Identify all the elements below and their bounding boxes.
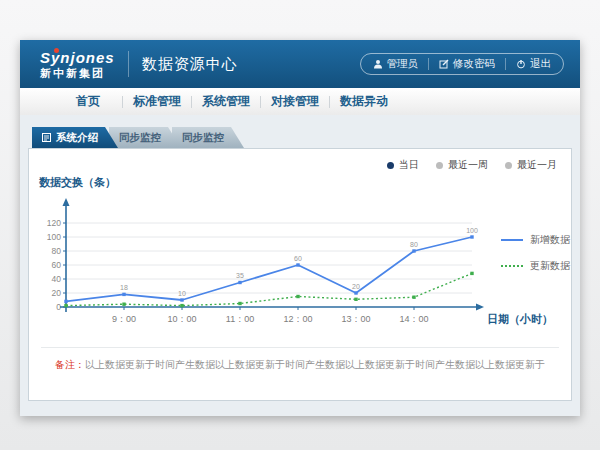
logout-button[interactable]: 退出 (516, 57, 551, 71)
nav-item-1[interactable]: 标准管理 (123, 88, 191, 115)
pill-divider (505, 58, 506, 70)
user-name: 管理员 (387, 57, 419, 71)
tab-label: 同步监控 (119, 127, 161, 148)
app-header: Synjones 新中新集团 数据资源中心 管理员 修改密码 (20, 40, 580, 88)
chart-panel: 当日最近一周最近一月 数据交换（条） 0204060801001209：0010… (28, 148, 572, 401)
data-point (354, 298, 357, 301)
point-label: 60 (294, 255, 302, 262)
radio-label: 最近一周 (448, 158, 488, 172)
point-label: 35 (236, 272, 244, 279)
data-point (238, 302, 241, 305)
x-axis-arrow-icon (476, 304, 484, 311)
data-point (64, 304, 67, 307)
data-point (64, 300, 67, 303)
y-tick-label: 80 (52, 246, 62, 256)
nav-item-4[interactable]: 数据异动 (330, 88, 398, 115)
tab-label: 同步监控 (182, 127, 224, 148)
legend-label: 新增数据 (530, 233, 570, 247)
legend-line-sample-icon (501, 239, 523, 241)
time-filter: 当日最近一周最近一月 (387, 158, 557, 172)
point-label: 100 (466, 227, 478, 234)
legend-label: 更新数据 (530, 259, 570, 273)
data-point (470, 235, 473, 238)
tab-2[interactable]: 同步监控 (172, 127, 244, 148)
change-password-label: 修改密码 (453, 57, 495, 71)
radio-option-1[interactable]: 最近一周 (436, 158, 488, 172)
radio-label: 当日 (399, 158, 419, 172)
data-point (470, 272, 473, 275)
data-point (412, 249, 415, 252)
data-point (296, 263, 299, 266)
data-point (122, 293, 125, 296)
page-title: 数据资源中心 (142, 55, 238, 74)
data-point (354, 291, 357, 294)
y-axis-arrow-icon (63, 198, 70, 206)
change-password-button[interactable]: 修改密码 (439, 57, 495, 71)
data-point (296, 295, 299, 298)
radio-label: 最近一月 (517, 158, 557, 172)
y-tick-label: 100 (47, 232, 61, 242)
radio-option-0[interactable]: 当日 (387, 158, 419, 172)
x-tick-label: 9：00 (112, 314, 136, 324)
legend-line-sample-icon (501, 265, 523, 267)
y-tick-label: 20 (52, 288, 62, 298)
edit-icon (439, 59, 449, 69)
data-point (412, 296, 415, 299)
main-nav: 首页标准管理系统管理对接管理数据异动 (20, 88, 580, 116)
chart-x-axis-title: 日期（小时） (487, 312, 553, 327)
radio-dot-icon (387, 162, 394, 169)
tab-bar: 系统介绍同步监控同步监控 (32, 127, 235, 148)
x-tick-label: 14：00 (399, 314, 428, 324)
app-window: Synjones 新中新集团 数据资源中心 管理员 修改密码 (20, 40, 580, 416)
logo-red-dot-icon (54, 48, 59, 53)
tab-label: 系统介绍 (56, 127, 98, 148)
tab-1[interactable]: 同步监控 (109, 127, 181, 148)
footnote: 备注：以上数据更新于时间产生数据以上数据更新于时间产生数据以上数据更新于时间产生… (39, 358, 561, 372)
chart-y-axis-title: 数据交换（条） (39, 175, 116, 190)
content-area: 系统介绍同步监控同步监控 当日最近一周最近一月 数据交换（条） 02040608… (20, 115, 580, 416)
data-point (122, 303, 125, 306)
pill-divider (428, 58, 429, 70)
header-divider (128, 51, 129, 77)
panel-divider (41, 347, 559, 348)
logo-subtext: 新中新集团 (40, 68, 115, 79)
legend-item-0: 新增数据 (501, 233, 570, 247)
x-tick-label: 10：00 (167, 314, 196, 324)
point-label: 80 (410, 241, 418, 248)
nav-item-0[interactable]: 首页 (54, 88, 122, 115)
radio-dot-icon (505, 162, 512, 169)
point-label: 20 (352, 283, 360, 290)
data-point (180, 298, 183, 301)
y-tick-label: 40 (52, 274, 62, 284)
document-icon (42, 133, 51, 142)
line-chart: 0204060801001209：0010：0011：0012：0013：001… (53, 196, 488, 336)
user-icon (373, 59, 383, 69)
user-controls: 管理员 修改密码 退出 (360, 53, 565, 75)
x-tick-label: 12：00 (283, 314, 312, 324)
y-tick-label: 120 (47, 218, 61, 228)
legend-item-1: 更新数据 (501, 259, 570, 273)
logo-text: Synjones (40, 50, 115, 65)
footnote-text: 以上数据更新于时间产生数据以上数据更新于时间产生数据以上数据更新于时间产生数据以… (85, 359, 545, 370)
radio-dot-icon (436, 162, 443, 169)
x-tick-label: 11：00 (226, 314, 254, 324)
tab-0[interactable]: 系统介绍 (32, 127, 118, 148)
data-point (238, 281, 241, 284)
power-icon (516, 59, 526, 69)
nav-item-3[interactable]: 对接管理 (261, 88, 329, 115)
x-tick-label: 13：00 (341, 314, 370, 324)
y-tick-label: 60 (52, 260, 62, 270)
user-menu[interactable]: 管理员 (373, 57, 419, 71)
chart-legend: 新增数据更新数据 (501, 233, 570, 273)
point-label: 10 (178, 290, 186, 297)
point-label: 18 (120, 284, 128, 291)
radio-option-2[interactable]: 最近一月 (505, 158, 557, 172)
nav-item-2[interactable]: 系统管理 (192, 88, 260, 115)
footnote-label: 备注： (55, 359, 85, 370)
logout-label: 退出 (530, 57, 551, 71)
data-point (180, 304, 183, 307)
synjones-logo[interactable]: Synjones 新中新集团 (40, 50, 115, 79)
